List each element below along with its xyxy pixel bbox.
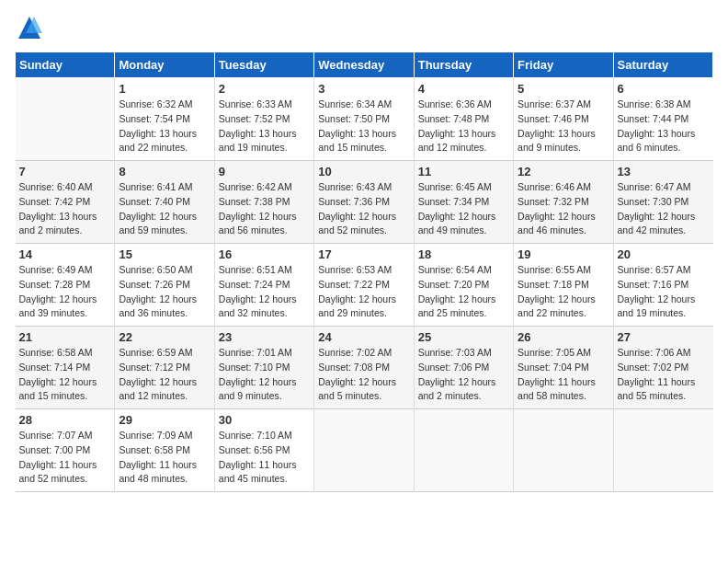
calendar-cell xyxy=(414,409,513,492)
calendar-cell xyxy=(314,409,414,492)
day-number: 25 xyxy=(418,330,509,344)
day-number: 18 xyxy=(418,247,509,261)
column-header-tuesday: Tuesday xyxy=(214,52,313,78)
calendar-cell: 2Sunrise: 6:33 AM Sunset: 7:52 PM Daylig… xyxy=(214,78,313,161)
column-header-saturday: Saturday xyxy=(613,52,712,78)
calendar-cell: 11Sunrise: 6:45 AM Sunset: 7:34 PM Dayli… xyxy=(414,161,513,244)
day-number: 7 xyxy=(19,165,111,178)
calendar-cell: 3Sunrise: 6:34 AM Sunset: 7:50 PM Daylig… xyxy=(314,78,414,161)
calendar-cell: 27Sunrise: 7:06 AM Sunset: 7:02 PM Dayli… xyxy=(613,327,712,409)
calendar-cell: 26Sunrise: 7:05 AM Sunset: 7:04 PM Dayli… xyxy=(514,327,613,409)
day-number: 9 xyxy=(219,165,310,178)
calendar-cell: 19Sunrise: 6:55 AM Sunset: 7:18 PM Dayli… xyxy=(514,244,613,327)
day-info: Sunrise: 6:54 AM Sunset: 7:20 PM Dayligh… xyxy=(418,263,509,321)
day-info: Sunrise: 6:36 AM Sunset: 7:48 PM Dayligh… xyxy=(418,98,509,155)
day-info: Sunrise: 6:34 AM Sunset: 7:50 PM Dayligh… xyxy=(318,98,409,155)
day-number: 15 xyxy=(119,247,210,261)
page-header xyxy=(15,15,713,40)
calendar-cell xyxy=(613,409,712,492)
calendar-cell: 29Sunrise: 7:09 AM Sunset: 6:58 PM Dayli… xyxy=(115,409,214,492)
calendar-cell: 7Sunrise: 6:40 AM Sunset: 7:42 PM Daylig… xyxy=(16,161,115,244)
day-info: Sunrise: 6:45 AM Sunset: 7:34 PM Dayligh… xyxy=(418,180,509,238)
day-number: 16 xyxy=(219,247,310,261)
day-number: 14 xyxy=(19,247,111,261)
day-info: Sunrise: 7:05 AM Sunset: 7:04 PM Dayligh… xyxy=(518,346,609,404)
day-info: Sunrise: 7:02 AM Sunset: 7:08 PM Dayligh… xyxy=(318,346,409,404)
day-number: 21 xyxy=(19,330,111,344)
column-header-friday: Friday xyxy=(514,52,613,78)
day-info: Sunrise: 6:42 AM Sunset: 7:38 PM Dayligh… xyxy=(219,180,310,238)
day-info: Sunrise: 6:47 AM Sunset: 7:30 PM Dayligh… xyxy=(618,180,710,238)
day-number: 6 xyxy=(618,82,710,96)
day-info: Sunrise: 7:09 AM Sunset: 6:58 PM Dayligh… xyxy=(119,429,210,487)
day-number: 3 xyxy=(318,82,409,96)
calendar-cell: 16Sunrise: 6:51 AM Sunset: 7:24 PM Dayli… xyxy=(214,244,313,327)
calendar-table: SundayMondayTuesdayWednesdayThursdayFrid… xyxy=(15,52,713,492)
calendar-cell: 5Sunrise: 6:37 AM Sunset: 7:46 PM Daylig… xyxy=(514,78,613,161)
calendar-cell: 10Sunrise: 6:43 AM Sunset: 7:36 PM Dayli… xyxy=(314,161,414,244)
calendar-header-row: SundayMondayTuesdayWednesdayThursdayFrid… xyxy=(16,52,713,78)
calendar-cell: 18Sunrise: 6:54 AM Sunset: 7:20 PM Dayli… xyxy=(414,244,513,327)
day-info: Sunrise: 7:06 AM Sunset: 7:02 PM Dayligh… xyxy=(618,346,710,404)
day-info: Sunrise: 7:07 AM Sunset: 7:00 PM Dayligh… xyxy=(19,429,111,487)
day-number: 28 xyxy=(19,413,111,427)
day-info: Sunrise: 7:01 AM Sunset: 7:10 PM Dayligh… xyxy=(219,346,310,404)
calendar-cell: 21Sunrise: 6:58 AM Sunset: 7:14 PM Dayli… xyxy=(16,327,115,409)
day-info: Sunrise: 6:55 AM Sunset: 7:18 PM Dayligh… xyxy=(518,263,609,321)
day-info: Sunrise: 6:51 AM Sunset: 7:24 PM Dayligh… xyxy=(219,263,310,321)
day-number: 10 xyxy=(318,165,409,178)
calendar-cell: 13Sunrise: 6:47 AM Sunset: 7:30 PM Dayli… xyxy=(613,161,712,244)
calendar-week-row: 7Sunrise: 6:40 AM Sunset: 7:42 PM Daylig… xyxy=(16,161,713,244)
calendar-cell: 24Sunrise: 7:02 AM Sunset: 7:08 PM Dayli… xyxy=(314,327,414,409)
calendar-cell: 9Sunrise: 6:42 AM Sunset: 7:38 PM Daylig… xyxy=(214,161,313,244)
day-info: Sunrise: 6:58 AM Sunset: 7:14 PM Dayligh… xyxy=(19,346,111,404)
logo xyxy=(15,15,42,40)
calendar-cell: 23Sunrise: 7:01 AM Sunset: 7:10 PM Dayli… xyxy=(214,327,313,409)
calendar-cell: 28Sunrise: 7:07 AM Sunset: 7:00 PM Dayli… xyxy=(16,409,115,492)
day-number: 5 xyxy=(518,82,609,96)
day-info: Sunrise: 6:40 AM Sunset: 7:42 PM Dayligh… xyxy=(19,180,111,238)
day-number: 24 xyxy=(318,330,409,344)
logo-icon xyxy=(17,15,42,40)
day-number: 12 xyxy=(518,165,609,178)
column-header-wednesday: Wednesday xyxy=(314,52,414,78)
calendar-cell: 12Sunrise: 6:46 AM Sunset: 7:32 PM Dayli… xyxy=(514,161,613,244)
calendar-cell: 17Sunrise: 6:53 AM Sunset: 7:22 PM Dayli… xyxy=(314,244,414,327)
day-number: 22 xyxy=(119,330,210,344)
day-info: Sunrise: 6:53 AM Sunset: 7:22 PM Dayligh… xyxy=(318,263,409,321)
day-number: 2 xyxy=(219,82,310,96)
day-number: 30 xyxy=(219,413,310,427)
day-info: Sunrise: 6:50 AM Sunset: 7:26 PM Dayligh… xyxy=(119,263,210,321)
calendar-cell: 4Sunrise: 6:36 AM Sunset: 7:48 PM Daylig… xyxy=(414,78,513,161)
calendar-week-row: 1Sunrise: 6:32 AM Sunset: 7:54 PM Daylig… xyxy=(16,78,713,161)
day-info: Sunrise: 6:37 AM Sunset: 7:46 PM Dayligh… xyxy=(518,98,609,155)
day-info: Sunrise: 6:33 AM Sunset: 7:52 PM Dayligh… xyxy=(219,98,310,155)
day-number: 11 xyxy=(418,165,509,178)
day-info: Sunrise: 6:59 AM Sunset: 7:12 PM Dayligh… xyxy=(119,346,210,404)
calendar-cell: 14Sunrise: 6:49 AM Sunset: 7:28 PM Dayli… xyxy=(16,244,115,327)
day-info: Sunrise: 6:38 AM Sunset: 7:44 PM Dayligh… xyxy=(618,98,710,155)
day-number: 19 xyxy=(518,247,609,261)
calendar-cell: 20Sunrise: 6:57 AM Sunset: 7:16 PM Dayli… xyxy=(613,244,712,327)
day-number: 1 xyxy=(119,82,210,96)
calendar-week-row: 28Sunrise: 7:07 AM Sunset: 7:00 PM Dayli… xyxy=(16,409,713,492)
day-number: 27 xyxy=(618,330,710,344)
calendar-cell: 6Sunrise: 6:38 AM Sunset: 7:44 PM Daylig… xyxy=(613,78,712,161)
day-number: 26 xyxy=(518,330,609,344)
day-info: Sunrise: 6:32 AM Sunset: 7:54 PM Dayligh… xyxy=(119,98,210,155)
day-info: Sunrise: 6:41 AM Sunset: 7:40 PM Dayligh… xyxy=(119,180,210,238)
calendar-cell: 25Sunrise: 7:03 AM Sunset: 7:06 PM Dayli… xyxy=(414,327,513,409)
calendar-cell: 1Sunrise: 6:32 AM Sunset: 7:54 PM Daylig… xyxy=(115,78,214,161)
column-header-monday: Monday xyxy=(115,52,214,78)
calendar-cell: 15Sunrise: 6:50 AM Sunset: 7:26 PM Dayli… xyxy=(115,244,214,327)
calendar-cell: 8Sunrise: 6:41 AM Sunset: 7:40 PM Daylig… xyxy=(115,161,214,244)
day-info: Sunrise: 7:10 AM Sunset: 6:56 PM Dayligh… xyxy=(219,429,310,487)
day-number: 20 xyxy=(618,247,710,261)
day-info: Sunrise: 6:46 AM Sunset: 7:32 PM Dayligh… xyxy=(518,180,609,238)
day-number: 8 xyxy=(119,165,210,178)
calendar-cell xyxy=(16,78,115,161)
calendar-week-row: 14Sunrise: 6:49 AM Sunset: 7:28 PM Dayli… xyxy=(16,244,713,327)
column-header-thursday: Thursday xyxy=(414,52,513,78)
day-info: Sunrise: 7:03 AM Sunset: 7:06 PM Dayligh… xyxy=(418,346,509,404)
calendar-week-row: 21Sunrise: 6:58 AM Sunset: 7:14 PM Dayli… xyxy=(16,327,713,409)
